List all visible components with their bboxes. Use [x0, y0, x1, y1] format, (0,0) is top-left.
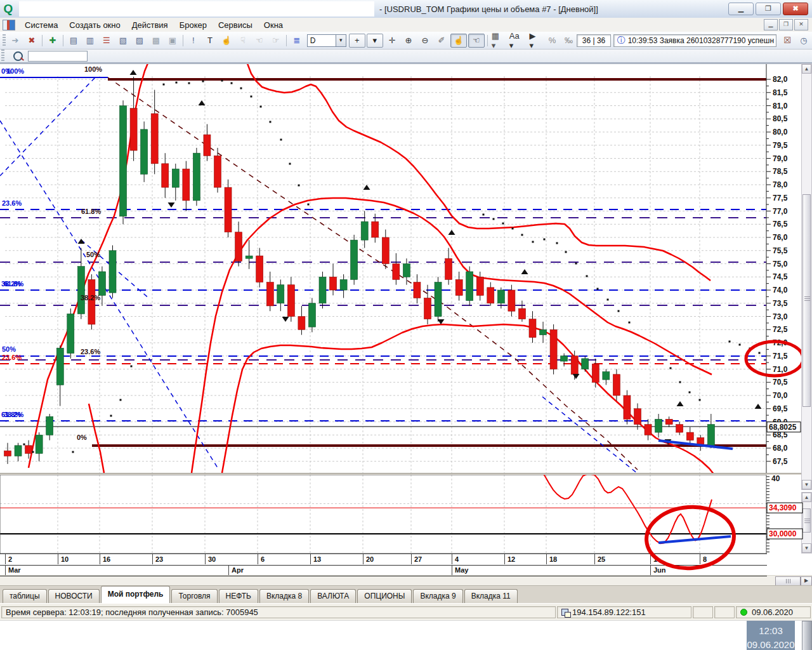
add-table-icon[interactable]: ✚ — [45, 34, 60, 47]
search-chart-icon[interactable]: ▨ — [132, 34, 147, 47]
hscroll-thumb[interactable] — [775, 576, 801, 586]
search-input[interactable] — [28, 51, 88, 62]
tab-Вкладка 9[interactable]: Вкладка 9 — [413, 589, 462, 603]
hand-point-left-icon[interactable]: ☜ — [252, 34, 267, 47]
font-menu-icon[interactable]: Aa ▾ — [508, 34, 527, 47]
disconnect-user-icon[interactable]: ☒ — [780, 34, 795, 47]
candle-body — [15, 446, 22, 456]
hand-point-up-icon[interactable]: ☝ — [219, 34, 234, 47]
toolbar-gripper[interactable] — [1, 50, 4, 62]
percent-icon[interactable]: % — [544, 34, 560, 47]
hand-point-down-icon[interactable]: ☟ — [235, 34, 251, 47]
candle-body — [424, 298, 431, 319]
copy-chart-icon[interactable]: ▣ — [165, 34, 180, 47]
menu-item-5[interactable]: Окна — [258, 19, 289, 31]
chart-template-icon[interactable]: ▥ — [82, 34, 98, 47]
volume-chart-icon[interactable]: ≣ — [289, 34, 304, 47]
fib-level-label: 61.8% — [81, 208, 101, 215]
alert-balloon-icon[interactable]: ! — [186, 34, 201, 47]
fib-level-label: 38.2% — [4, 411, 23, 418]
move-tool-icon[interactable]: ✛ — [384, 34, 400, 47]
tab-ВАЛЮТА[interactable]: ВАЛЮТА — [310, 589, 356, 603]
show-desktop-button[interactable] — [802, 621, 812, 650]
fib-level-label: 50% — [2, 345, 16, 353]
menu-item-0[interactable]: Система — [19, 19, 63, 31]
grid-menu-icon[interactable]: ▦ ▾ — [490, 34, 507, 47]
candle-body — [235, 232, 242, 262]
menu-item-4[interactable]: Сервисы — [213, 19, 258, 31]
toolbar-gripper[interactable] — [3, 34, 6, 47]
delete-chart-icon[interactable]: ▩ — [148, 34, 164, 47]
ruler-tool-icon[interactable]: ✐ — [434, 34, 449, 47]
oscillator-level-value: 34,3090 — [769, 503, 797, 512]
price-axis-label: 77,0 — [773, 207, 788, 216]
candle-body — [603, 372, 610, 380]
osc-vscroll-up-arrow[interactable]: ▲ — [802, 493, 811, 502]
hand-point-right-icon[interactable]: ☞ — [268, 34, 284, 47]
edit-chart-icon[interactable]: ▧ — [115, 34, 131, 47]
restore-button[interactable]: ❐ — [756, 3, 781, 15]
tab-Вкладка 8[interactable]: Вкладка 8 — [259, 589, 309, 603]
main-chart-canvas[interactable]: 0%100%100%23.6%61.8%50%38.2%61.8%38.2%50… — [0, 63, 812, 473]
tab-НОВОСТИ[interactable]: НОВОСТИ — [48, 589, 100, 603]
cancel-order-icon[interactable]: ✖ — [24, 34, 39, 47]
vscroll-up-arrow[interactable]: ▲ — [802, 64, 811, 74]
mdi-button-2[interactable]: ✕ — [794, 19, 808, 30]
back-arrow-icon[interactable]: ➔ — [8, 34, 23, 47]
marker-menu-icon[interactable]: ▶ ▾ — [528, 34, 543, 47]
candle-body — [414, 282, 421, 298]
price-axis-label: 75,0 — [773, 260, 788, 269]
mdi-button-1[interactable]: ❐ — [779, 19, 793, 30]
interval-select[interactable]: D▾ — [307, 34, 346, 47]
tab-Вкладка 11[interactable]: Вкладка 11 — [464, 589, 518, 603]
minimize-button[interactable]: ▁ — [728, 3, 754, 15]
candle-body — [393, 264, 400, 280]
price-axis-label: 73,5 — [773, 299, 788, 308]
osc-vscroll-down-arrow[interactable]: ▼ — [802, 543, 811, 553]
close-button[interactable]: ✖ — [783, 3, 808, 15]
quotes-table-icon[interactable]: ☰ — [99, 34, 114, 47]
vscroll-thumb[interactable] — [802, 194, 811, 407]
price-axis-label: 78,5 — [773, 167, 788, 176]
permille-icon[interactable]: ‰ — [561, 34, 576, 47]
panel-splitter[interactable] — [0, 473, 812, 475]
new-chart-icon[interactable]: ▤ — [66, 34, 81, 47]
status-cell-empty-1 — [693, 606, 713, 618]
menu-item-2[interactable]: Действия — [126, 19, 174, 31]
menu-item-1[interactable]: Создать окно — [63, 19, 126, 31]
oscillator-line — [538, 475, 712, 543]
text-tool-icon[interactable]: T — [202, 34, 218, 47]
zoom-plus-button[interactable]: + — [349, 34, 365, 48]
toolbar-separator — [183, 35, 183, 46]
tab-ОПЦИОНЫ[interactable]: ОПЦИОНЫ — [357, 589, 412, 603]
oscillator-vertical-scrollbar[interactable]: ▲ ▼ — [801, 492, 812, 554]
zoom-in-icon[interactable]: ⊕ — [401, 34, 416, 47]
tab-Торговля[interactable]: Торговля — [171, 589, 217, 603]
menu-item-3[interactable]: Брокер — [174, 19, 213, 31]
sar-dot — [251, 96, 252, 98]
sar-dot — [607, 299, 609, 301]
vscroll-down-arrow[interactable]: ▼ — [802, 480, 811, 489]
mdi-button-0[interactable]: ▁ — [764, 19, 778, 30]
tab-НЕФТЬ[interactable]: НЕФТЬ — [219, 589, 258, 603]
pointer-hand-icon[interactable]: ☝ — [450, 34, 467, 48]
pan-hand-icon[interactable]: ☜ — [468, 34, 485, 48]
zoom-menu-button[interactable]: ▾ — [367, 34, 383, 48]
fractal-up-arrow — [130, 70, 137, 75]
hscroll-right-arrow[interactable]: ▶ — [801, 576, 812, 586]
month-cell: Apr — [228, 565, 452, 575]
osc-vscroll-thumb[interactable] — [802, 508, 811, 533]
main-vertical-scrollbar[interactable]: ▲ ▼ — [801, 63, 812, 490]
fractal-down-arrow — [282, 317, 289, 322]
tab-таблицы[interactable]: таблицы — [3, 589, 47, 603]
zoom-out-icon[interactable]: ⊖ — [417, 34, 433, 47]
tray-clock[interactable]: 12:03 09.06.2020 — [747, 621, 795, 650]
price-axis-label: 73,0 — [773, 312, 788, 321]
candle-body — [287, 285, 294, 317]
horizontal-scrollbar[interactable]: ▶ — [0, 575, 812, 586]
info-balloon-icon: ⓘ — [617, 35, 625, 46]
session-clock-icon[interactable]: ◷ — [796, 34, 811, 47]
sar-dot — [532, 241, 534, 243]
tab-Мой портфель[interactable]: Мой портфель — [101, 586, 171, 603]
interval-dropdown-arrow[interactable]: ▾ — [336, 35, 346, 46]
